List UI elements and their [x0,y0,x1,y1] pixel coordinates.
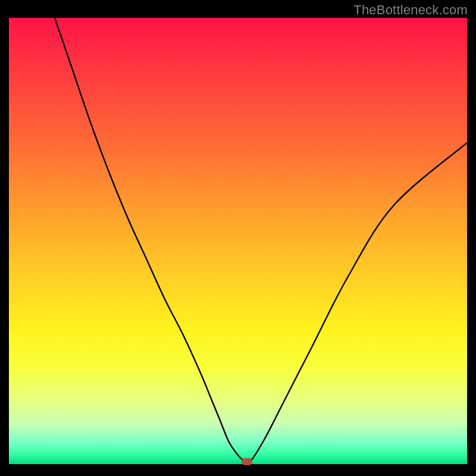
bottleneck-curve [55,18,467,462]
minimum-marker [242,458,252,465]
plot-area [9,18,467,464]
chart-canvas: TheBottleneck.com [0,0,476,476]
watermark-text: TheBottleneck.com [353,2,468,18]
curve-svg [9,18,467,464]
